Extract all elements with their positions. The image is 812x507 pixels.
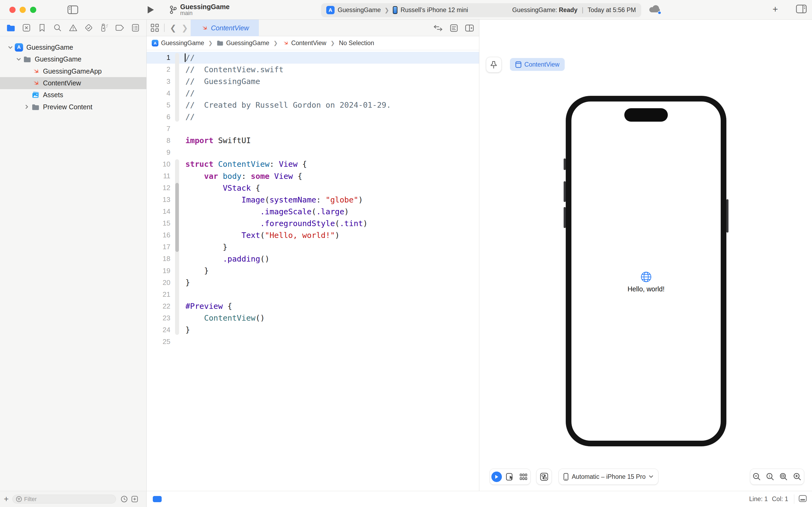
line-number[interactable]: 19 xyxy=(147,267,171,275)
run-button[interactable] xyxy=(147,6,155,14)
line-number[interactable]: 2 xyxy=(147,65,171,73)
line-number[interactable]: 23 xyxy=(147,314,171,322)
zoom-fit-icon[interactable] xyxy=(777,468,791,485)
add-file-button[interactable]: + xyxy=(0,494,12,504)
device-settings-button[interactable] xyxy=(536,468,552,485)
line-number[interactable]: 17 xyxy=(147,243,171,251)
code-line-6[interactable]: 6// xyxy=(147,111,479,123)
line-number[interactable]: 18 xyxy=(147,255,171,263)
code-line-17[interactable]: 17 } xyxy=(147,241,479,253)
zoom-in-icon[interactable] xyxy=(791,468,804,485)
inspector-toggle-icon[interactable] xyxy=(796,5,807,13)
code-line-22[interactable]: 22#Preview { xyxy=(147,300,479,312)
code-line-2[interactable]: 2// ContentView.swift xyxy=(147,64,479,75)
filter-input[interactable] xyxy=(24,496,102,502)
code-line-4[interactable]: 4// xyxy=(147,87,479,99)
line-number[interactable]: 1 xyxy=(147,53,171,62)
debug-navigator-icon[interactable] xyxy=(99,22,110,33)
report-navigator-icon[interactable] xyxy=(130,22,141,33)
code-line-10[interactable]: 10struct ContentView: View { xyxy=(147,158,479,170)
disclosure-down-icon[interactable] xyxy=(14,58,23,61)
line-number[interactable]: 3 xyxy=(147,77,171,86)
code-line-12[interactable]: 12 VStack { xyxy=(147,182,479,194)
line-number[interactable]: 4 xyxy=(147,89,171,98)
line-number[interactable]: 5 xyxy=(147,101,171,109)
related-items-icon[interactable] xyxy=(151,23,159,32)
code-line-23[interactable]: 23 ContentView() xyxy=(147,312,479,324)
issue-navigator-icon[interactable] xyxy=(67,22,79,33)
close-window-button[interactable] xyxy=(9,7,15,13)
line-number[interactable]: 13 xyxy=(147,195,171,204)
code-line-9[interactable]: 9 xyxy=(147,146,479,158)
zoom-100-icon[interactable]: 1 xyxy=(764,468,777,485)
disclosure-down-icon[interactable] xyxy=(6,46,14,49)
pin-preview-button[interactable] xyxy=(486,57,502,72)
tree-item-contentview[interactable]: ContentView xyxy=(0,77,147,89)
tab-contentview[interactable]: ContentView xyxy=(191,19,259,36)
line-number[interactable]: 20 xyxy=(147,278,171,287)
source-control-filter-icon[interactable] xyxy=(131,496,138,503)
code-line-8[interactable]: 8import SwiftUI xyxy=(147,134,479,146)
line-number[interactable]: 12 xyxy=(147,184,171,192)
line-number[interactable]: 11 xyxy=(147,172,171,180)
preview-target-chip[interactable]: ContentView xyxy=(510,58,565,71)
code-line-13[interactable]: 13 Image(systemName: "globe") xyxy=(147,194,479,206)
code-line-7[interactable]: 7 xyxy=(147,123,479,134)
destination-name[interactable]: Russell’s iPhone 12 mini xyxy=(401,6,468,14)
navigator-toggle-icon[interactable] xyxy=(67,5,78,14)
filter-field[interactable] xyxy=(12,495,116,504)
code-line-18[interactable]: 18 .padding() xyxy=(147,253,479,265)
code-line-14[interactable]: 14 .imageScale(.large) xyxy=(147,206,479,218)
live-preview-button[interactable] xyxy=(490,468,503,485)
code-review-icon[interactable] xyxy=(433,25,443,32)
line-number[interactable]: 7 xyxy=(147,125,171,133)
tree-item-guessinggameapp[interactable]: GuessingGameApp xyxy=(0,65,147,77)
preview-device-picker[interactable]: Automatic – iPhone 15 Pro xyxy=(559,468,658,485)
find-navigator-icon[interactable] xyxy=(52,22,63,33)
selectable-preview-button[interactable] xyxy=(504,468,517,485)
line-number[interactable]: 16 xyxy=(147,231,171,239)
line-number[interactable]: 25 xyxy=(147,338,171,346)
code-line-19[interactable]: 19 } xyxy=(147,265,479,277)
line-number[interactable]: 10 xyxy=(147,160,171,168)
disclosure-right-icon[interactable] xyxy=(23,105,31,109)
scheme-name[interactable]: GuessingGame xyxy=(338,6,381,14)
code-line-1[interactable]: 1// xyxy=(147,52,479,64)
code-line-25[interactable]: 25 xyxy=(147,336,479,347)
code-line-15[interactable]: 15 .foregroundStyle(.tint) xyxy=(147,218,479,229)
test-navigator-icon[interactable] xyxy=(83,22,94,33)
code-line-16[interactable]: 16 Text("Hello, world!") xyxy=(147,229,479,241)
line-number[interactable]: 6 xyxy=(147,113,171,121)
breadcrumb-guessinggame[interactable]: GuessingGame xyxy=(217,40,269,47)
zoom-out-icon[interactable] xyxy=(750,468,764,485)
project-navigator-icon[interactable] xyxy=(5,22,16,33)
zoom-window-button[interactable] xyxy=(30,7,36,13)
breadcrumb-contentview[interactable]: ContentView xyxy=(282,40,326,47)
split-editor-icon[interactable] xyxy=(465,24,474,32)
add-toolbar-button[interactable]: + xyxy=(770,4,780,14)
code-line-3[interactable]: 3// GuessingGame xyxy=(147,75,479,87)
cloud-sync-icon[interactable] xyxy=(649,5,661,15)
back-button[interactable]: ❮ xyxy=(170,23,176,33)
forward-button[interactable]: ❯ xyxy=(181,23,188,33)
bookmark-navigator-icon[interactable] xyxy=(36,22,48,33)
line-number[interactable]: 21 xyxy=(147,290,171,299)
preview-variants-button[interactable] xyxy=(517,468,530,485)
line-number[interactable]: 14 xyxy=(147,207,171,216)
line-number[interactable]: 9 xyxy=(147,148,171,157)
breakpoint-navigator-icon[interactable] xyxy=(114,22,125,33)
minimize-window-button[interactable] xyxy=(19,7,26,13)
code-line-11[interactable]: 11 var body: some View { xyxy=(147,170,479,182)
tree-item-guessinggame[interactable]: AGuessingGame xyxy=(0,41,147,53)
line-number[interactable]: 24 xyxy=(147,326,171,334)
source-control-navigator-icon[interactable] xyxy=(21,22,32,33)
active-editor-indicator[interactable] xyxy=(153,496,162,502)
breadcrumb-guessinggame[interactable]: AGuessingGame xyxy=(152,40,204,47)
code-line-5[interactable]: 5// Created by Russell Gordon on 2024-01… xyxy=(147,99,479,111)
iphone-preview-frame[interactable]: Hello, world! xyxy=(566,96,727,447)
line-number[interactable]: 22 xyxy=(147,302,171,311)
code-line-24[interactable]: 24} xyxy=(147,324,479,336)
code-line-21[interactable]: 21 xyxy=(147,288,479,300)
tree-item-guessinggame[interactable]: GuessingGame xyxy=(0,53,147,65)
code-line-20[interactable]: 20} xyxy=(147,277,479,288)
